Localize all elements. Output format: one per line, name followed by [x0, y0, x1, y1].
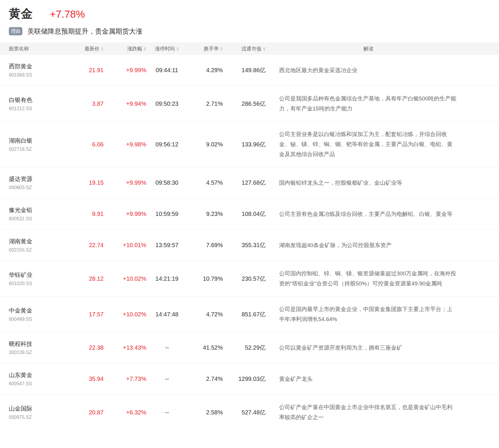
column-header-stock-name: 股票名称 [0, 45, 77, 52]
limit-up-time: -- [146, 376, 188, 382]
column-header-market-cap[interactable]: 流通市值▲▼ [223, 45, 266, 52]
sort-down-icon: ▼ [220, 49, 223, 51]
stock-name[interactable]: 山东黄金 [9, 371, 77, 379]
stock-name[interactable]: 湖南黄金 [9, 237, 77, 245]
latest-price: 17.57 [77, 311, 104, 318]
stock-name-cell: 山金国际 000975.SZ [0, 405, 77, 420]
column-header-turnover-rate[interactable]: 换手率▲▼ [188, 45, 223, 52]
stock-name-cell: 豫光金铅 600531.SS [0, 206, 77, 222]
interpretation: 湖南发现超40条金矿脉，为公司控股股东资产 [279, 240, 499, 250]
reason-badge: 理由 [9, 27, 22, 35]
stock-name[interactable]: 盛达资源 [9, 175, 77, 183]
stock-name[interactable]: 山金国际 [9, 405, 77, 412]
table-row[interactable]: 豫光金铅 600531.SS 9.91 +9.99% 10:59:59 9.23… [0, 198, 499, 229]
stock-name[interactable]: 晓程科技 [9, 340, 77, 348]
interpretation: 黄金矿产龙头 [279, 374, 499, 384]
stock-code: 000603.SZ [9, 185, 77, 191]
limit-up-time: 14:21:19 [146, 275, 188, 282]
limit-up-time: 13:59:57 [146, 242, 188, 249]
table-row[interactable]: 西部黄金 601069.SS 21.91 +9.99% 09:44:11 4.2… [0, 55, 499, 86]
change-percent: +13.43% [104, 344, 146, 351]
sort-down-icon: ▼ [176, 49, 179, 51]
sort-down-icon: ▼ [143, 49, 146, 51]
change-percent: +9.99% [104, 211, 146, 217]
market-cap: 851.67亿 [223, 310, 266, 318]
change-percent: +6.32% [104, 409, 146, 416]
limit-up-time: 09:50:23 [146, 100, 188, 107]
limit-up-time: -- [146, 409, 188, 416]
market-cap: 286.56亿 [223, 100, 266, 108]
stock-name-cell: 西部黄金 601069.SS [0, 62, 77, 78]
interpretation: 公司主营业务是以白银冶炼和深加工为主，配套铅冶炼，并综合回收金、铋、锑、锌、铜、… [279, 129, 499, 159]
stock-code: 600547.SS [9, 381, 77, 387]
limit-up-time: -- [146, 344, 188, 351]
column-label: 涨停时间 [155, 46, 175, 52]
interpretation: 公司矿产金产量在中国黄金上市企业中排名第五，也是黄金矿山中毛利率较高的矿企之一 [279, 402, 499, 422]
sort-icon[interactable]: ▲▼ [176, 47, 179, 51]
stock-code: 601069.SS [9, 72, 77, 78]
latest-price: 22.74 [77, 242, 104, 249]
interpretation: 公司是国内最早上市的黄金企业，中国黄金集团旗下主要上市平台；上半年净利润增长54… [279, 304, 499, 324]
column-label: 涨跌幅 [127, 46, 142, 52]
table-row[interactable]: 盛达资源 000603.SZ 19.15 +9.99% 09:58:30 4.5… [0, 167, 499, 198]
market-cap: 527.48亿 [223, 409, 266, 416]
change-percent: +9.99% [104, 179, 146, 186]
column-label: 股票名称 [9, 46, 29, 52]
latest-price: 3.87 [77, 100, 104, 107]
market-cap: 133.96亿 [223, 140, 266, 148]
table-row[interactable]: 白银有色 601212.SS 3.87 +9.94% 09:50:23 2.71… [0, 86, 499, 121]
turnover-rate: 2.74% [188, 376, 223, 382]
stock-code: 002155.SZ [9, 247, 77, 253]
table-row[interactable]: 晓程科技 300139.SZ 22.38 +13.43% -- 41.52% 5… [0, 332, 499, 363]
table-row[interactable]: 湖南黄金 002155.SZ 22.74 +10.01% 13:59:57 7.… [0, 229, 499, 261]
column-header-interpretation: 解读 [279, 45, 499, 52]
stock-name[interactable]: 白银有色 [9, 96, 77, 104]
sort-icon[interactable]: ▲▼ [263, 47, 266, 51]
turnover-rate: 7.69% [188, 242, 223, 249]
sort-icon[interactable]: ▲▼ [101, 47, 104, 51]
column-header-latest-price[interactable]: 最新价▲▼ [77, 45, 104, 52]
column-header-limit-up-time[interactable]: 涨停时间▲▼ [146, 45, 188, 52]
stock-name-cell: 华钰矿业 601020.SS [0, 271, 77, 287]
table-row[interactable]: 湖南白银 002716.SZ 6.06 +9.98% 09:56:12 9.02… [0, 121, 499, 167]
change-percent: +9.94% [104, 100, 146, 107]
stock-name[interactable]: 中金黄金 [9, 307, 77, 314]
limit-up-time: 14:47:48 [146, 311, 188, 318]
stock-name-cell: 白银有色 601212.SS [0, 96, 77, 112]
sector-change: +7.78% [50, 8, 85, 21]
latest-price: 21.91 [77, 67, 104, 74]
turnover-rate: 4.29% [188, 67, 223, 74]
sort-down-icon: ▼ [263, 49, 266, 51]
stock-name[interactable]: 华钰矿业 [9, 271, 77, 279]
interpretation: 西北地区最大的黄金采选冶企业 [279, 65, 499, 75]
stock-name[interactable]: 西部黄金 [9, 62, 77, 70]
market-cap: 1299.03亿 [223, 375, 266, 383]
stock-name[interactable]: 湖南白银 [9, 137, 77, 144]
title-row: 黄金 +7.78% [9, 7, 490, 21]
turnover-rate: 10.79% [188, 275, 223, 282]
change-percent: +10.02% [104, 275, 146, 282]
limit-up-time: 09:58:30 [146, 179, 188, 186]
change-percent: +10.02% [104, 311, 146, 318]
table-row[interactable]: 山东黄金 600547.SS 35.94 +7.73% -- 2.74% 129… [0, 363, 499, 394]
latest-price: 22.38 [77, 344, 104, 351]
sort-icon[interactable]: ▲▼ [144, 47, 146, 51]
change-percent: +7.73% [104, 376, 146, 382]
table-row[interactable]: 华钰矿业 601020.SS 28.12 +10.02% 14:21:19 10… [0, 261, 499, 296]
table-row[interactable]: 中金黄金 600489.SS 17.57 +10.02% 14:47:48 4.… [0, 296, 499, 332]
column-label: 解读 [364, 46, 374, 52]
stock-table: 西部黄金 601069.SS 21.91 +9.99% 09:44:11 4.2… [0, 55, 499, 430]
stock-name-cell: 晓程科技 300139.SZ [0, 340, 77, 356]
interpretation: 公司主营有色金属冶炼及综合回收，主要产品为电解铅、白银、黄金等 [279, 209, 499, 219]
interpretation: 国内银铅锌龙头之一，控股银都矿业、金山矿业等 [279, 178, 499, 188]
stock-name-cell: 湖南黄金 002155.SZ [0, 237, 77, 253]
table-row[interactable]: 山金国际 000975.SZ 20.87 +6.32% -- 2.58% 527… [0, 394, 499, 430]
stock-name[interactable]: 豫光金铅 [9, 206, 77, 214]
sort-icon[interactable]: ▲▼ [220, 47, 223, 51]
column-header-change-percent[interactable]: 涨跌幅▲▼ [104, 45, 146, 52]
stock-name-cell: 中金黄金 600489.SS [0, 307, 77, 322]
stock-code: 002716.SZ [9, 146, 77, 152]
latest-price: 9.91 [77, 211, 104, 217]
table-header: 股票名称 最新价▲▼ 涨跌幅▲▼ 涨停时间▲▼ 换手率▲▼ 流通市值▲▼ 解读 [0, 42, 499, 55]
change-percent: +10.01% [104, 242, 146, 249]
